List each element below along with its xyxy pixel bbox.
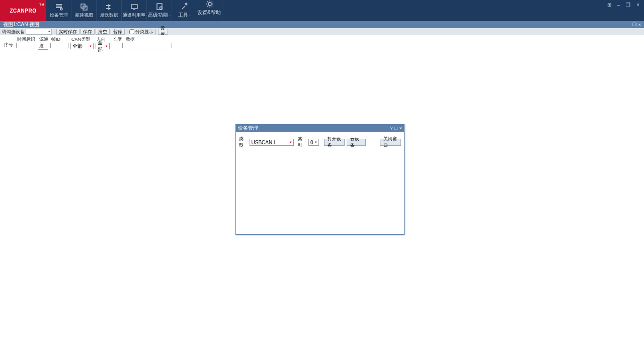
col-seq: 序号 [3,42,14,48]
col-src-channel: 源通道 [38,36,48,49]
menu-label: 设置&帮助▾ [197,9,222,21]
device-management-dialog: 设备管理 ? □ × 类型 USBCAN-I ▾ 索引 0 ▾ 打开设备 云设备… [235,124,405,235]
dialog-help-button[interactable]: ? [390,126,392,131]
device-type-combo[interactable]: USBCAN-I ▾ [250,139,294,146]
save-button[interactable]: 保存 [80,29,95,35]
col-can-type: CAN类型 [70,36,94,43]
grid-icon[interactable]: ⊞ [606,2,613,8]
chevron-down-icon: ▾ [48,30,50,34]
logo-text: ZCANPRO [10,8,37,14]
menu-icon-tools [181,3,189,11]
class-display-checkbox[interactable] [129,29,134,34]
menu-icon-newview [80,3,88,11]
menu-settings-help[interactable]: 设置&帮助▾ [197,0,222,21]
dropdown-arrow-icon: ▾ [169,14,171,17]
chevron-down-icon: ▾ [106,44,108,48]
minimize-button[interactable]: – [616,2,622,8]
data-filter[interactable] [125,43,172,48]
col-frame-id: 帧ID [50,36,68,43]
view-title: 视图1:CAN 视图 [3,21,39,28]
chevron-down-icon: ▾ [290,140,292,144]
table-header: 序号 时间标识 源通道 帧ID CAN类型 全部▾ 方向 全部▾ 长度 数据 [0,35,644,48]
svg-rect-3 [131,5,137,9]
col-timestamp: 时间标识 [16,36,36,43]
menu-send-data[interactable]: 发送数据 [97,0,122,21]
select-device-label: 请勾选设备 [2,29,25,35]
index-label: 索引 [298,136,306,149]
open-device-button[interactable]: 打开设备 [324,139,345,146]
device-index-combo[interactable]: 0 ▾ [308,139,319,146]
dropdown-arrow-icon: ▾ [189,14,191,17]
dialog-body: 类型 USBCAN-I ▾ 索引 0 ▾ 打开设备 云设备 关闭窗口 [236,132,404,153]
direction-filter[interactable]: 全部▾ [96,43,110,49]
app-logo: ZCANPRO TM [0,0,46,21]
menu-icon-lines [55,3,63,11]
chevron-down-icon: ▾ [90,44,92,48]
svg-point-6 [208,3,211,6]
menu-channel-usage[interactable]: 通道利用率 [122,0,147,21]
menu-tools[interactable]: 工具▾ [172,0,197,21]
menu-icon-monitor [130,3,138,11]
dialog-close-button[interactable]: × [399,126,402,131]
dialog-max-button[interactable]: □ [394,126,397,131]
timestamp-filter[interactable] [16,43,36,48]
class-display-label: 分类显示 [135,29,153,35]
length-filter[interactable] [112,43,123,48]
view-header: 视图1:CAN 视图 ❐ × [0,21,644,28]
dialog-header[interactable]: 设备管理 ? □ × [236,125,404,132]
col-data: 数据 [125,36,172,43]
view-close-button[interactable]: × [638,22,641,27]
svg-point-0 [60,8,62,10]
menu-device-management[interactable]: 设备管理 [46,0,71,21]
dialog-title: 设备管理 [238,125,258,132]
col-length: 长度 [112,36,123,43]
menu-icon-doc [155,3,164,11]
menu-label: 工具▾ [178,12,191,19]
logo-tm: TM [39,3,44,6]
cloud-device-button[interactable]: 云设备 [347,139,366,146]
menu-icon-send [105,3,113,11]
can-type-filter[interactable]: 全部▾ [70,43,94,49]
main-menubar: ZCANPRO TM 设备管理 新建视图 发送数据 通道利用率 高级功能▾ 工具… [0,0,644,21]
close-window-button[interactable]: 关闭窗口 [380,139,401,146]
device-type-value: USBCAN-I [252,140,276,145]
menu-label: 通道利用率 [123,12,145,19]
close-button[interactable]: × [635,2,641,8]
src-channel-filter[interactable] [38,49,48,50]
type-label: 类型 [239,136,248,149]
window-controls: ⊞ – ❐ × [603,0,644,21]
menu-advanced[interactable]: 高级功能▾ [147,0,172,21]
menu-label: 高级功能▾ [148,12,171,19]
view-restore-button[interactable]: ❐ [632,22,636,27]
menu-label: 发送数据 [100,12,118,19]
settings-button[interactable]: 设置 [158,29,168,35]
maximize-button[interactable]: ❐ [624,2,632,8]
chevron-down-icon: ▾ [315,140,317,144]
realtime-save-button[interactable]: 实时保存 [56,29,79,35]
menu-label: 设备管理 [50,12,68,19]
filter-toolbar: 请勾选设备 ▾ 实时保存 保存 清空 暂停 分类显示 设置 [0,28,644,35]
clear-button[interactable]: 清空 [96,29,110,35]
menu-new-view[interactable]: 新建视图 [71,0,97,21]
frame-id-filter[interactable] [50,43,68,48]
menu-icon-gear [206,0,214,8]
dropdown-arrow-icon: ▾ [198,18,200,21]
device-combo[interactable]: ▾ [26,29,52,35]
pause-button[interactable]: 暂停 [111,29,125,35]
menu-label: 新建视图 [75,12,93,19]
device-index-value: 0 [310,140,313,145]
